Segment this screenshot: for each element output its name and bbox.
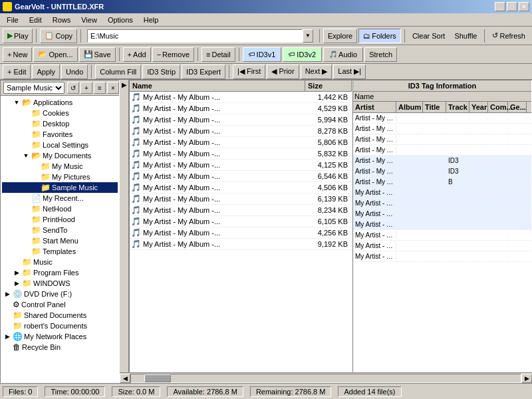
undo-button[interactable]: Undo: [61, 65, 88, 79]
tree-item[interactable]: 📁Sample Music: [2, 182, 118, 193]
refresh-button[interactable]: ↺ Refresh: [488, 29, 529, 43]
id3-col-header[interactable]: Com...: [488, 102, 508, 112]
tree-expand-icon[interactable]: ▼: [11, 98, 22, 107]
apply-button[interactable]: Apply: [32, 65, 60, 79]
list-item[interactable]: 🎵 My Artist - My Album -... 6,546 KB: [130, 171, 352, 182]
list-item[interactable]: 🎵 My Artist - My Album -... 8,234 KB: [130, 205, 352, 216]
id3-col-header[interactable]: Year: [469, 102, 488, 112]
scroll-left-button[interactable]: ◀: [120, 374, 130, 383]
last-button[interactable]: Last ▶|: [333, 65, 366, 79]
close-button[interactable]: ×: [519, 2, 529, 11]
table-row[interactable]: Artist - My AlbumID3: [353, 166, 531, 177]
scrollbar-thumb[interactable]: [144, 374, 171, 382]
table-row[interactable]: My Artist - Album: [353, 230, 531, 241]
refresh-tree-button[interactable]: ↺: [67, 82, 79, 94]
tree-item[interactable]: ▶📁Program Files: [2, 267, 118, 278]
id3-col-header[interactable]: Ge...: [508, 102, 527, 112]
close-panel-button[interactable]: ×: [107, 82, 119, 94]
audio-button[interactable]: 🎵 Audio: [323, 47, 363, 62]
tree-item[interactable]: ▶📁WINDOWS: [2, 278, 118, 289]
stretch-button[interactable]: Stretch: [364, 47, 397, 62]
id3-rows[interactable]: Artist - My AlbumArtist - My AlbumArtist…: [353, 113, 531, 372]
table-row[interactable]: My Artist - Album: [353, 209, 531, 219]
tree-item[interactable]: ▶🌐My Network Places: [2, 331, 118, 342]
tree-item[interactable]: 📁My Pictures: [2, 172, 118, 182]
table-row[interactable]: Artist - My Album: [353, 134, 531, 145]
id3-col-header[interactable]: Album: [396, 102, 423, 112]
scrollbar-track[interactable]: [130, 374, 521, 383]
clear-sort-button[interactable]: Clear Sort: [408, 29, 450, 43]
list-item[interactable]: 🎵 My Artist - My Album -... 9,192 KB: [130, 239, 352, 250]
remove-button[interactable]: − Remove: [152, 47, 194, 62]
address-dropdown[interactable]: ▼: [303, 29, 313, 43]
list-item[interactable]: 🎵 My Artist - My Album -... 5,832 KB: [130, 148, 352, 160]
tree-item[interactable]: 📁Start Menu: [2, 235, 118, 246]
tree-item[interactable]: ▶💿DVD Drive (F:): [2, 289, 118, 299]
shuffle-button[interactable]: Shuffle: [450, 29, 481, 43]
tree-item[interactable]: 📁Desktop: [2, 118, 118, 129]
table-row[interactable]: Artist - My AlbumB: [353, 177, 531, 188]
folder-select[interactable]: Sample Music: [3, 82, 65, 94]
menu-help[interactable]: Help: [138, 15, 164, 25]
tree-item[interactable]: ⚙Control Panel: [2, 299, 118, 310]
tree-item[interactable]: 📁robert's Documents: [2, 321, 118, 331]
edit-button[interactable]: + Edit: [3, 65, 31, 79]
id3-expert-button[interactable]: ID3 Expert: [182, 65, 225, 79]
tree-item[interactable]: 📁NetHood: [2, 203, 118, 214]
table-row[interactable]: Artist - My Album: [353, 113, 531, 124]
tree-expand-icon[interactable]: ▼: [21, 151, 31, 160]
tree-item[interactable]: 📁Music: [2, 257, 118, 267]
table-row[interactable]: My Artist - Album: [353, 241, 531, 251]
menu-options[interactable]: Options: [102, 15, 138, 25]
tree-item[interactable]: 🗑Recycle Bin: [2, 342, 118, 352]
explore-button[interactable]: Explore: [323, 29, 357, 43]
tree-item[interactable]: 📄My Recent...: [2, 193, 118, 203]
table-row[interactable]: My Artist - Album: [353, 251, 531, 262]
tree-item[interactable]: ▼📂My Documents: [2, 150, 118, 161]
prior-button[interactable]: ◀ Prior: [267, 65, 299, 79]
tree-item[interactable]: 📁Shared Documents: [2, 310, 118, 321]
list-item[interactable]: 🎵 My Artist - My Album -... 6,139 KB: [130, 194, 352, 205]
list-item[interactable]: 🎵 My Artist - My Album -... 4,125 KB: [130, 160, 352, 171]
tree-item[interactable]: 📁My Music: [2, 161, 118, 172]
id3-col-header[interactable]: Title: [423, 102, 446, 112]
list-item[interactable]: 🎵 My Artist - My Album -... 5,806 KB: [130, 137, 352, 148]
id3-col-header[interactable]: Artist: [353, 102, 396, 112]
play-button[interactable]: ▶ ▶ Play Play: [3, 29, 33, 43]
tree-item[interactable]: 📁SendTo: [2, 225, 118, 235]
menu-rows[interactable]: Rows: [47, 15, 76, 25]
menu-view[interactable]: View: [76, 15, 102, 25]
list-item[interactable]: 🎵 My Artist - My Album -... 5,994 KB: [130, 114, 352, 126]
list-item[interactable]: 🎵 My Artist - My Album -... 4,256 KB: [130, 227, 352, 239]
tree-item[interactable]: 📁Local Settings: [2, 140, 118, 150]
tree-item[interactable]: 📁Favorites: [2, 129, 118, 140]
new-button[interactable]: + New: [3, 47, 32, 62]
tree-expand-icon[interactable]: ▶: [11, 279, 22, 288]
menu-file[interactable]: File: [1, 15, 24, 25]
bottom-scrollbar[interactable]: ◀ ▶: [120, 372, 532, 383]
table-row[interactable]: Artist - My AlbumID3: [353, 156, 531, 166]
tree-item[interactable]: ▼📂Applications: [2, 97, 118, 108]
list-item[interactable]: 🎵 My Artist - My Album -... 8,278 KB: [130, 126, 352, 137]
minimize-button[interactable]: _: [495, 2, 505, 11]
table-row[interactable]: Artist - My Album: [353, 145, 531, 156]
scroll-right-button[interactable]: ▶: [521, 374, 532, 383]
list-item[interactable]: 🎵 My Artist - My Album -... 4,506 KB: [130, 182, 352, 194]
table-row[interactable]: My Artist - Album: [353, 188, 531, 198]
tree-item[interactable]: 📁Cookies: [2, 108, 118, 118]
id3v1-button[interactable]: 🏷 ID3v1: [243, 47, 282, 62]
menu-edit[interactable]: Edit: [24, 15, 47, 25]
tree-item[interactable]: 📁PrintHood: [2, 214, 118, 225]
tree-item[interactable]: 📁Templates: [2, 246, 118, 257]
save-button[interactable]: 💾 Save: [79, 47, 116, 62]
address-input[interactable]: [87, 29, 303, 43]
list-item[interactable]: 🎵 My Artist - My Album -... 1,442 KB: [130, 92, 352, 103]
detail-button[interactable]: ≡ Detail: [201, 47, 235, 62]
file-rows[interactable]: 🎵 My Artist - My Album -... 1,442 KB 🎵 M…: [130, 92, 352, 372]
list-item[interactable]: 🎵 My Artist - My Album -... 6,105 KB: [130, 216, 352, 227]
tree-expand-icon[interactable]: ▶: [2, 289, 13, 299]
maximize-button[interactable]: □: [507, 2, 517, 11]
id3-col-header[interactable]: Track: [446, 102, 469, 112]
tree-expand-icon[interactable]: ▶: [2, 332, 13, 341]
size-column-header[interactable]: Size: [305, 80, 352, 91]
